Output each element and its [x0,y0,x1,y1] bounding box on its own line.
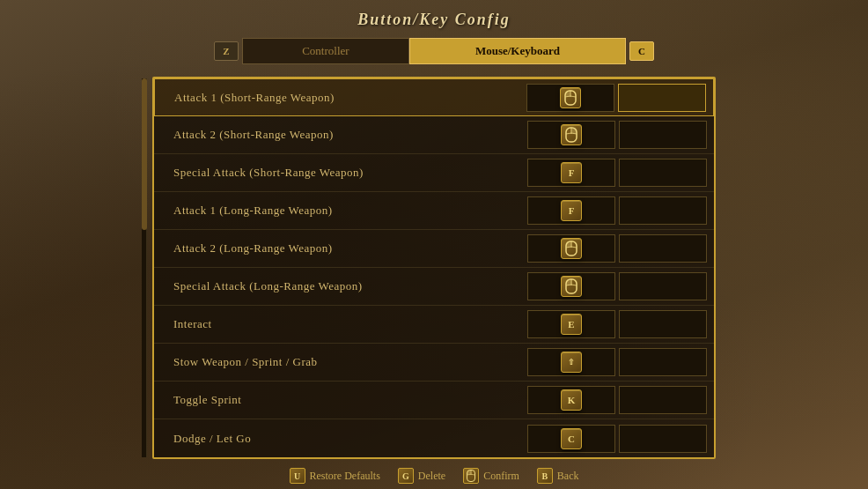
svg-rect-14 [467,470,471,476]
action-label: Interact [154,317,527,331]
restore-defaults-icon: U [290,468,305,484]
back-label: Back [557,470,579,483]
svg-rect-2 [565,91,570,97]
action-label: Dodge / Let Go [154,432,527,446]
key-c-icon: C [561,428,582,449]
table-row[interactable]: Attack 2 (Short-Range Weapon) [154,116,714,154]
mouse-left3-icon [561,276,582,297]
secondary-binding[interactable] [619,159,707,187]
table-row[interactable]: Attack 1 (Short-Range Weapon) [154,78,714,116]
secondary-binding[interactable] [619,234,707,263]
table-row[interactable]: Attack 2 (Long-Range Weapon) [154,230,714,268]
delete-label: Delete [418,470,445,483]
page-wrapper: Button/Key Config Z Controller Mouse/Key… [0,0,868,489]
delete-icon: G [398,468,414,484]
secondary-binding[interactable] [619,425,707,453]
secondary-binding[interactable] [618,84,706,112]
confirm-action[interactable]: Confirm [463,468,519,484]
mouse-left-icon [560,87,581,108]
tab-bar: Z Controller Mouse/Keyboard C [214,38,654,64]
secondary-binding[interactable] [619,310,707,338]
secondary-binding[interactable] [619,196,707,225]
svg-rect-11 [566,279,571,285]
table-row[interactable]: Toggle Sprint K [154,382,714,419]
mouse-right-icon [561,124,582,145]
primary-binding[interactable]: F [527,159,615,187]
table-row[interactable]: Dodge / Let Go C [154,419,714,457]
back-icon: B [537,468,553,484]
restore-defaults-action[interactable]: U Restore Defaults [290,468,380,484]
primary-binding[interactable]: C [527,425,615,453]
key-f-icon: F [561,162,582,183]
primary-binding[interactable]: K [527,386,615,414]
key-f2-icon: F [561,200,582,221]
config-panel: Attack 1 (Short-Range Weapon) Attack 2 (… [152,77,716,459]
secondary-binding[interactable] [619,348,707,376]
primary-binding[interactable] [527,121,615,149]
confirm-label: Confirm [483,470,519,483]
tab-z-icon[interactable]: Z [214,41,239,61]
primary-binding[interactable]: F [527,196,615,225]
action-label: Attack 2 (Short-Range Weapon) [154,128,527,142]
table-row[interactable]: Interact E [154,306,714,344]
tab-controller[interactable]: Controller [242,38,409,64]
table-row[interactable]: Special Attack (Long-Range Weapon) [154,268,714,306]
tab-mouse-keyboard-label: Mouse/Keyboard [475,44,560,58]
action-label: Special Attack (Short-Range Weapon) [154,166,527,180]
z-icon-label: Z [223,46,229,56]
key-shift-icon: ⇧ [561,352,582,373]
svg-rect-8 [566,241,571,248]
scrollbar[interactable] [142,78,147,457]
back-action[interactable]: B Back [537,468,579,484]
table-row[interactable]: Attack 1 (Long-Range Weapon) F [154,192,714,230]
tab-mouse-keyboard[interactable]: Mouse/Keyboard [409,38,626,64]
c-icon-label: C [638,46,645,56]
tab-controller-label: Controller [302,44,349,58]
action-label: Special Attack (Long-Range Weapon) [154,279,527,293]
bottom-bar: U Restore Defaults G Delete Confirm B Ba… [290,468,579,484]
secondary-binding[interactable] [619,386,707,414]
action-label: Attack 1 (Long-Range Weapon) [154,204,527,218]
mouse-left2-icon [561,238,582,259]
action-label: Toggle Sprint [154,393,527,407]
primary-binding[interactable] [527,272,615,300]
page-title: Button/Key Config [357,11,511,29]
svg-rect-5 [572,128,577,134]
primary-binding[interactable]: ⇧ [527,348,615,376]
table-row[interactable]: Stow Weapon / Sprint / Grab ⇧ [154,344,714,382]
key-k-icon: K [561,389,582,411]
primary-binding[interactable] [527,234,615,263]
secondary-binding[interactable] [619,272,707,300]
table-row[interactable]: Special Attack (Short-Range Weapon) F [154,154,714,192]
scroll-thumb [142,78,147,230]
tab-c-icon[interactable]: C [629,41,654,61]
primary-binding[interactable]: E [527,310,615,338]
key-e-icon: E [561,314,582,335]
action-label: Stow Weapon / Sprint / Grab [154,355,527,369]
secondary-binding[interactable] [619,121,707,149]
primary-binding[interactable] [526,84,614,112]
restore-defaults-label: Restore Defaults [310,470,380,483]
action-label: Attack 2 (Long-Range Weapon) [154,241,527,256]
action-label: Attack 1 (Short-Range Weapon) [155,91,526,105]
delete-action[interactable]: G Delete [398,468,445,484]
confirm-icon [463,468,479,484]
